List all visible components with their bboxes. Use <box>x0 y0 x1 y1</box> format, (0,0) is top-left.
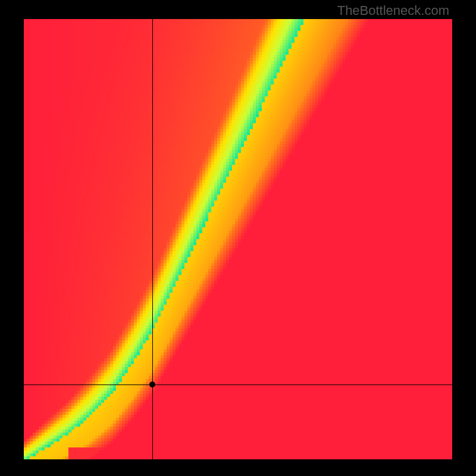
chart-container: TheBottleneck.com <box>0 0 476 476</box>
heatmap-canvas <box>24 19 452 459</box>
watermark-text: TheBottleneck.com <box>337 3 449 18</box>
heatmap-plot <box>24 19 452 459</box>
